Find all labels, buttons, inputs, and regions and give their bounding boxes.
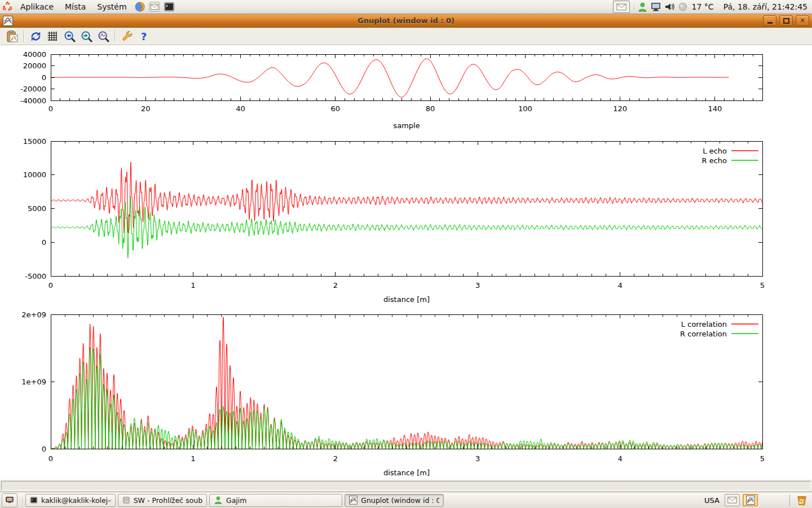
show-desktop-button[interactable] <box>2 493 17 507</box>
help-button[interactable]: ? <box>135 29 152 44</box>
grid-icon <box>46 30 59 42</box>
terminal-icon <box>164 1 175 12</box>
menu-applications[interactable]: Aplikace <box>15 0 59 14</box>
x-tick-label: 3 <box>475 454 480 463</box>
toolbar-separator <box>23 30 24 42</box>
x-axis-label: distance [m] <box>383 468 430 477</box>
window-status-bar <box>0 480 812 492</box>
mail-launcher[interactable] <box>148 1 161 13</box>
y-tick-label: -20000 <box>20 85 46 93</box>
configure-button[interactable] <box>118 29 135 44</box>
weather-icon[interactable] <box>677 1 689 13</box>
zoom-back-icon <box>63 30 76 43</box>
tray-mail-button[interactable] <box>725 494 740 506</box>
y-tick-label: 0 <box>42 445 46 453</box>
x-tick-label: 20 <box>141 104 151 113</box>
menu-places[interactable]: Místa <box>59 0 91 14</box>
tray-handle[interactable]: ⋮ <box>632 5 635 10</box>
x-tick-label: 2 <box>333 454 338 463</box>
x-axis-label: distance [m] <box>383 295 430 304</box>
gnuplot-icon <box>349 496 358 505</box>
firefox-launcher[interactable] <box>134 1 146 13</box>
temperature-readout[interactable]: 17 °C <box>691 2 716 11</box>
series-R-correlation <box>51 348 762 449</box>
trash-applet[interactable] <box>793 494 810 506</box>
zoom-autoscale-icon <box>97 30 110 43</box>
legend-label: R echo <box>701 156 727 165</box>
y-tick-label: 2e+09 <box>21 310 46 319</box>
gnuplot-toolbar: ? <box>0 28 812 45</box>
show-desktop-icon <box>5 496 14 505</box>
task-button-terminal[interactable]: kaklik@kaklik-kolej-u... <box>25 494 116 507</box>
task-label: kaklik@kaklik-kolej-u... <box>41 496 111 505</box>
gnome-top-panel: Aplikace Místa Systém ⋮ <box>0 0 812 14</box>
x-tick-label: 3 <box>475 281 480 290</box>
status-text <box>1 481 811 491</box>
ubuntu-menu-logo-icon[interactable] <box>1 1 14 13</box>
x-tick-label: 120 <box>613 104 627 113</box>
firefox-icon <box>134 1 145 12</box>
mail-icon <box>727 497 737 503</box>
y-tick-label: 5000 <box>28 204 46 213</box>
taskbar-separator <box>789 494 791 506</box>
gnome-taskbar: ⋮ kaklik@kaklik-kolej-u... SW - Prohlíže… <box>0 492 812 508</box>
clock-applet[interactable]: Pá, 18. září, 21:42:45 <box>718 2 807 11</box>
task-button-gnuplot[interactable]: Gnuplot (window id : 0) <box>345 494 444 507</box>
y-tick-label: 15000 <box>23 137 46 146</box>
x-tick-label: 2 <box>333 281 338 290</box>
speaker-icon[interactable] <box>664 1 676 13</box>
user-switcher-icon[interactable] <box>637 1 648 13</box>
charts-canvas[interactable]: 020406080100120140-40000-200000200004000… <box>0 45 812 480</box>
x-tick-label: 5 <box>760 454 765 463</box>
next-zoom-button[interactable] <box>78 29 95 44</box>
task-button-file-manager[interactable]: SW - Prohlížeč souborů <box>118 494 207 507</box>
x-axis-label: sample <box>393 121 420 130</box>
replot-button[interactable] <box>27 29 44 44</box>
zoom-forward-icon <box>80 30 93 43</box>
legend-label: L echo <box>703 147 727 155</box>
series-L-echo <box>51 162 762 233</box>
trash-icon <box>796 494 808 506</box>
gajim-icon <box>214 496 223 505</box>
menu-system[interactable]: Systém <box>91 0 132 14</box>
mail-notification-icon[interactable] <box>613 1 630 13</box>
clipboard-plot-icon <box>6 30 19 43</box>
autoscale-button[interactable] <box>95 29 112 44</box>
x-tick-label: 140 <box>708 104 722 113</box>
series-R-echo <box>51 196 762 258</box>
tasklist-handle[interactable]: ⋮ <box>20 498 23 503</box>
series-ping <box>51 59 729 97</box>
x-tick-label: 80 <box>426 104 435 113</box>
terminal-launcher[interactable] <box>163 1 175 13</box>
menu-applications-label: Aplikace <box>20 2 54 11</box>
task-label: Gnuplot (window id : 0) <box>361 496 439 505</box>
task-label: SW - Prohlížeč souborů <box>134 496 202 505</box>
y-tick-label: 20000 <box>23 62 46 70</box>
x-tick-label: 4 <box>617 454 622 463</box>
y-tick-label: -40000 <box>20 97 46 105</box>
x-tick-label: 5 <box>760 281 765 290</box>
previous-zoom-button[interactable] <box>61 29 78 44</box>
x-tick-label: 100 <box>518 104 532 113</box>
tray-gnuplot-button[interactable] <box>743 494 758 506</box>
mail-icon <box>149 1 160 12</box>
taskbar-right-area: USA <box>704 494 810 506</box>
file-manager-icon <box>122 496 130 505</box>
wrench-icon <box>121 30 134 43</box>
panel-notification-area: ⋮ 17 °C <box>613 1 812 13</box>
task-button-gajim[interactable]: Gajim <box>209 494 342 507</box>
window-title: Gnuplot (window id : 0) <box>0 16 812 25</box>
toggle-grid-button[interactable] <box>44 29 61 44</box>
menu-system-label: Systém <box>97 2 126 11</box>
legend-label: R correlation <box>680 330 727 338</box>
gnuplot-canvas[interactable]: 020406080100120140-40000-200000200004000… <box>0 45 812 480</box>
y-tick-label: 0 <box>42 238 46 247</box>
monitor-icon[interactable] <box>650 1 662 13</box>
export-to-clipboard-button[interactable] <box>3 29 20 44</box>
refresh-icon <box>29 30 42 43</box>
window-titlebar[interactable]: Gnuplot (window id : 0) ✕ <box>0 14 812 28</box>
keyboard-layout-indicator[interactable]: USA <box>704 496 722 505</box>
x-tick-label: 1 <box>191 281 195 290</box>
gnuplot-icon <box>746 496 755 505</box>
y-tick-label: 1e+09 <box>21 378 46 386</box>
